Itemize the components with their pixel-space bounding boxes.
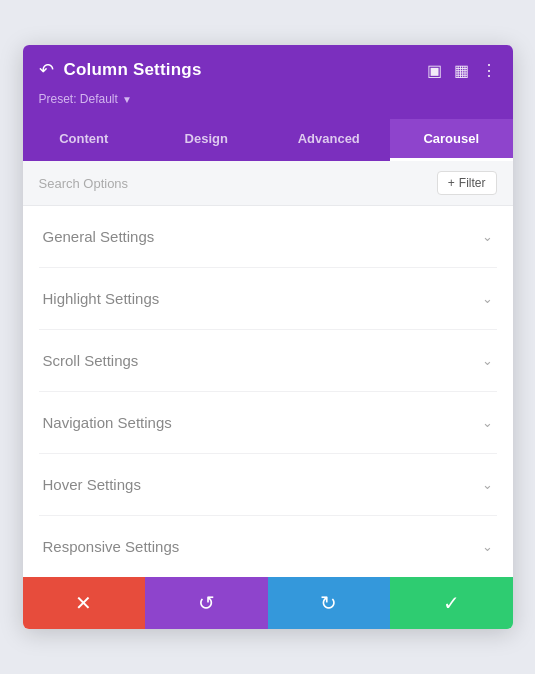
header-left: ↶ Column Settings <box>39 59 202 81</box>
settings-item-highlight[interactable]: Highlight Settings ⌄ <box>39 268 497 330</box>
tab-advanced[interactable]: Advanced <box>268 119 391 161</box>
scroll-settings-chevron-icon: ⌄ <box>482 353 493 368</box>
header-top-row: ↶ Column Settings ▣ ▦ ⋮ <box>39 59 497 81</box>
hover-settings-label: Hover Settings <box>43 476 141 493</box>
responsive-settings-label: Responsive Settings <box>43 538 180 555</box>
general-settings-chevron-icon: ⌄ <box>482 229 493 244</box>
preset-row: Preset: Default ▼ <box>39 89 497 119</box>
footer-actions: ✕ ↺ ↻ ✓ <box>23 577 513 629</box>
confirm-button[interactable]: ✓ <box>390 577 513 629</box>
cancel-icon: ✕ <box>75 591 92 615</box>
column-settings-panel: ↶ Column Settings ▣ ▦ ⋮ Preset: Default … <box>23 45 513 629</box>
expand-icon[interactable]: ▣ <box>427 61 442 80</box>
tab-carousel[interactable]: Carousel <box>390 119 513 161</box>
navigation-settings-label: Navigation Settings <box>43 414 172 431</box>
preset-label-text: Preset: Default <box>39 92 118 106</box>
filter-plus-icon: + <box>448 176 455 190</box>
confirm-icon: ✓ <box>443 591 460 615</box>
back-icon[interactable]: ↶ <box>39 59 54 81</box>
tab-bar: Content Design Advanced Carousel <box>23 119 513 161</box>
tab-design[interactable]: Design <box>145 119 268 161</box>
filter-button[interactable]: + Filter <box>437 171 497 195</box>
preset-selector[interactable]: Preset: Default ▼ <box>39 92 132 106</box>
reset-button[interactable]: ↺ <box>145 577 268 629</box>
highlight-settings-chevron-icon: ⌄ <box>482 291 493 306</box>
reset-icon: ↺ <box>198 591 215 615</box>
settings-item-responsive[interactable]: Responsive Settings ⌄ <box>39 516 497 577</box>
settings-list: General Settings ⌄ Highlight Settings ⌄ … <box>23 206 513 577</box>
more-options-icon[interactable]: ⋮ <box>481 61 497 80</box>
hover-settings-chevron-icon: ⌄ <box>482 477 493 492</box>
search-input[interactable]: Search Options <box>39 176 129 191</box>
preset-chevron-icon: ▼ <box>122 94 132 105</box>
tab-content[interactable]: Content <box>23 119 146 161</box>
cancel-button[interactable]: ✕ <box>23 577 146 629</box>
search-bar: Search Options + Filter <box>23 161 513 206</box>
settings-item-general[interactable]: General Settings ⌄ <box>39 206 497 268</box>
settings-item-scroll[interactable]: Scroll Settings ⌄ <box>39 330 497 392</box>
filter-label: Filter <box>459 176 486 190</box>
highlight-settings-label: Highlight Settings <box>43 290 160 307</box>
redo-icon: ↻ <box>320 591 337 615</box>
general-settings-label: General Settings <box>43 228 155 245</box>
redo-button[interactable]: ↻ <box>268 577 391 629</box>
navigation-settings-chevron-icon: ⌄ <box>482 415 493 430</box>
settings-item-hover[interactable]: Hover Settings ⌄ <box>39 454 497 516</box>
header-actions: ▣ ▦ ⋮ <box>427 61 497 80</box>
settings-item-navigation[interactable]: Navigation Settings ⌄ <box>39 392 497 454</box>
panel-title: Column Settings <box>64 60 202 80</box>
columns-icon[interactable]: ▦ <box>454 61 469 80</box>
scroll-settings-label: Scroll Settings <box>43 352 139 369</box>
responsive-settings-chevron-icon: ⌄ <box>482 539 493 554</box>
panel-header: ↶ Column Settings ▣ ▦ ⋮ Preset: Default … <box>23 45 513 119</box>
